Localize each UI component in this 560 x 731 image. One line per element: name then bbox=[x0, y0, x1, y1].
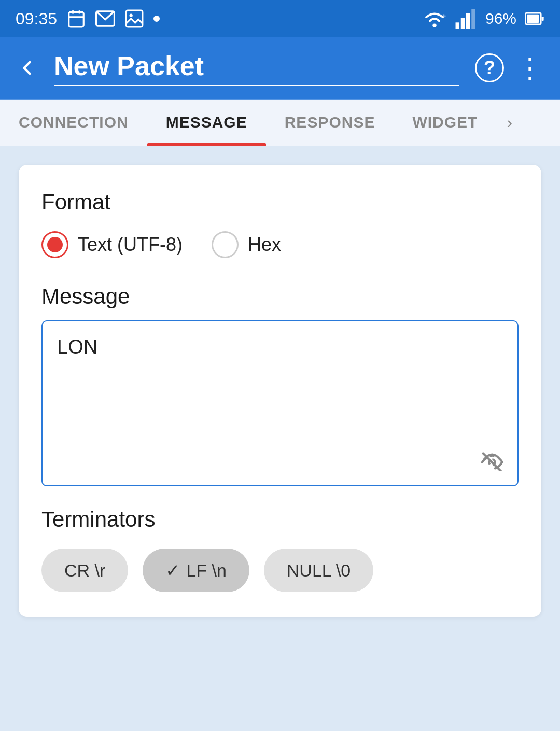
radio-utf8-dot bbox=[47, 237, 63, 252]
radio-hex-label: Hex bbox=[248, 234, 281, 256]
chip-cr[interactable]: CR \r bbox=[41, 549, 128, 592]
back-button[interactable] bbox=[16, 57, 38, 79]
battery-icon bbox=[525, 10, 544, 27]
message-card: Format Text (UTF-8) Hex Message LON bbox=[19, 165, 541, 617]
message-textarea-wrapper: LON bbox=[41, 320, 519, 486]
eye-slash-icon[interactable] bbox=[480, 446, 504, 472]
status-left: 09:35 bbox=[16, 9, 160, 29]
message-title: Message bbox=[41, 284, 519, 309]
terminators-section: Terminators CR \r ✓ LF \n NULL \0 bbox=[41, 507, 519, 592]
terminator-chips: CR \r ✓ LF \n NULL \0 bbox=[41, 549, 519, 592]
message-section: Message LON bbox=[41, 284, 519, 486]
status-bar: 09:35 + bbox=[0, 0, 560, 37]
radio-utf8[interactable]: Text (UTF-8) bbox=[41, 231, 183, 258]
format-title: Format bbox=[41, 190, 519, 215]
tab-widget[interactable]: WIDGET bbox=[394, 100, 496, 146]
message-input[interactable]: LON bbox=[41, 320, 519, 486]
tab-message[interactable]: MESSAGE bbox=[147, 100, 266, 146]
signal-icon bbox=[455, 9, 477, 29]
terminators-title: Terminators bbox=[41, 507, 519, 532]
radio-hex[interactable]: Hex bbox=[212, 231, 281, 258]
chip-lf[interactable]: ✓ LF \n bbox=[143, 549, 249, 592]
radio-utf8-circle bbox=[41, 231, 68, 258]
chip-null[interactable]: NULL \0 bbox=[264, 549, 373, 592]
svg-rect-5 bbox=[126, 10, 143, 27]
notification-dot bbox=[153, 16, 160, 22]
tab-connection[interactable]: CONNECTION bbox=[0, 100, 147, 146]
mail-icon bbox=[95, 10, 115, 27]
tab-response[interactable]: RESPONSE bbox=[266, 100, 394, 146]
page-title: New Packet bbox=[54, 50, 459, 86]
svg-rect-12 bbox=[471, 9, 475, 29]
svg-rect-9 bbox=[455, 22, 459, 29]
format-radio-group: Text (UTF-8) Hex bbox=[41, 231, 519, 258]
svg-rect-0 bbox=[69, 12, 84, 26]
radio-hex-circle bbox=[212, 231, 239, 258]
radio-utf8-label: Text (UTF-8) bbox=[78, 234, 183, 256]
image-icon bbox=[124, 9, 144, 29]
app-bar-actions: ? ⋮ bbox=[475, 52, 544, 83]
more-options-button[interactable]: ⋮ bbox=[516, 52, 544, 83]
svg-point-6 bbox=[130, 14, 133, 17]
calendar-icon bbox=[66, 9, 86, 29]
svg-rect-10 bbox=[461, 18, 465, 29]
tab-overflow: › bbox=[496, 100, 523, 146]
tab-bar: CONNECTION MESSAGE RESPONSE WIDGET › bbox=[0, 100, 560, 146]
content-area: Format Text (UTF-8) Hex Message LON bbox=[0, 146, 560, 731]
wifi-icon: + bbox=[422, 9, 447, 29]
svg-text:+: + bbox=[442, 12, 446, 20]
battery-level: 96% bbox=[485, 10, 516, 27]
svg-point-7 bbox=[432, 24, 436, 27]
status-time: 09:35 bbox=[16, 9, 57, 29]
chip-lf-check: ✓ bbox=[165, 560, 180, 581]
app-bar: New Packet ? ⋮ bbox=[0, 37, 560, 100]
svg-rect-15 bbox=[542, 17, 544, 21]
svg-rect-14 bbox=[527, 15, 539, 23]
svg-rect-11 bbox=[466, 13, 470, 29]
status-right: + 96% bbox=[422, 9, 544, 29]
help-button[interactable]: ? bbox=[475, 53, 504, 82]
